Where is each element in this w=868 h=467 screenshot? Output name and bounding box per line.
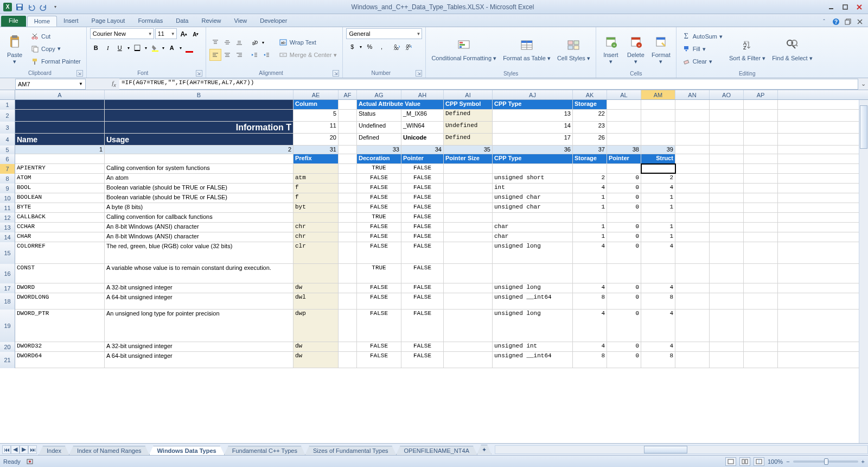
cell[interactable]: A 32-bit unsigned integer: [105, 283, 293, 293]
sheet-tab[interactable]: Windows Data Types: [149, 446, 225, 455]
tab-file[interactable]: File: [1, 16, 26, 27]
cell[interactable]: char: [493, 232, 573, 242]
cell[interactable]: [444, 232, 493, 242]
doc-close-icon[interactable]: [855, 17, 865, 27]
cell[interactable]: Boolean variable (should be TRUE or FALS…: [105, 193, 293, 203]
row-header[interactable]: 3: [0, 122, 15, 134]
cell[interactable]: [444, 174, 493, 183]
cell[interactable]: [641, 164, 675, 173]
column-header[interactable]: AM: [641, 90, 675, 99]
cell[interactable]: 0: [607, 223, 641, 232]
cell[interactable]: [675, 223, 710, 232]
save-icon[interactable]: [14, 2, 25, 12]
tab-home[interactable]: Home: [27, 16, 57, 27]
cell[interactable]: [339, 223, 357, 232]
cell[interactable]: [641, 100, 675, 109]
cell-styles-button[interactable]: Cell Styles ▾: [555, 28, 592, 70]
name-box[interactable]: AM7▼: [15, 79, 86, 90]
cell[interactable]: 14: [493, 122, 573, 133]
row-header[interactable]: 15: [0, 242, 15, 264]
cell[interactable]: 1: [573, 193, 607, 203]
cell[interactable]: unsigned long: [493, 310, 573, 342]
cell[interactable]: FALSE: [357, 293, 401, 309]
row-header[interactable]: 8: [0, 174, 15, 184]
cell[interactable]: FALSE: [401, 310, 444, 342]
cell[interactable]: [744, 223, 778, 232]
cell[interactable]: [710, 283, 744, 293]
cell[interactable]: COLORREF: [15, 242, 105, 263]
cell[interactable]: [710, 122, 744, 133]
cell[interactable]: [15, 122, 105, 133]
cell[interactable]: [339, 342, 357, 351]
cell[interactable]: An 8-bit Windows (ANSI) character: [105, 223, 293, 232]
cell[interactable]: 1: [573, 223, 607, 232]
cell[interactable]: [744, 283, 778, 293]
cell[interactable]: CPP Symbol: [444, 100, 493, 109]
cell[interactable]: [675, 342, 710, 351]
cell[interactable]: [744, 146, 778, 154]
cell[interactable]: [641, 110, 675, 121]
cell[interactable]: [675, 242, 710, 263]
cell[interactable]: dwp: [293, 310, 339, 342]
cell[interactable]: 1: [573, 203, 607, 212]
cell[interactable]: clr: [293, 242, 339, 263]
qat-customize-icon[interactable]: ▾: [50, 2, 61, 12]
cell[interactable]: [710, 174, 744, 183]
zoom-in-icon[interactable]: +: [861, 458, 865, 465]
cell[interactable]: FALSE: [357, 184, 401, 193]
cell[interactable]: [675, 203, 710, 212]
cell[interactable]: [15, 154, 105, 163]
cell[interactable]: [710, 242, 744, 263]
cell[interactable]: [744, 293, 778, 309]
cell[interactable]: [293, 264, 339, 283]
cell[interactable]: [339, 352, 357, 368]
cell[interactable]: [573, 164, 607, 173]
cell[interactable]: atm: [293, 174, 339, 183]
cell[interactable]: 34: [401, 146, 444, 154]
new-sheet-icon[interactable]: ✦: [477, 445, 492, 455]
cell[interactable]: [339, 146, 357, 154]
cell[interactable]: [15, 100, 105, 109]
view-layout-icon[interactable]: [739, 457, 750, 466]
zoom-out-icon[interactable]: −: [786, 458, 789, 465]
cell[interactable]: [744, 164, 778, 173]
cell[interactable]: [710, 293, 744, 309]
row-header[interactable]: 16: [0, 264, 15, 283]
cell[interactable]: dwl: [293, 293, 339, 309]
sheet-tab[interactable]: Index of Named Ranges: [69, 446, 150, 455]
cell[interactable]: [444, 242, 493, 263]
insert-cells-button[interactable]: +Insert▾: [599, 28, 622, 70]
column-header[interactable]: AI: [444, 90, 493, 99]
cell[interactable]: [339, 100, 357, 109]
row-header[interactable]: 17: [0, 283, 15, 293]
cell[interactable]: An 8-bit Windows (ANSI) character: [105, 232, 293, 242]
cell[interactable]: 2: [641, 174, 675, 183]
cell[interactable]: FALSE: [401, 164, 444, 173]
dialog-launcher-icon[interactable]: ⇲: [196, 70, 202, 77]
cell[interactable]: APIENTRY: [15, 164, 105, 173]
cell[interactable]: [607, 122, 641, 133]
cell[interactable]: [105, 110, 293, 121]
cell[interactable]: unsigned __int64: [493, 352, 573, 368]
cell[interactable]: [744, 193, 778, 203]
cell[interactable]: Pointer: [607, 154, 641, 163]
cell[interactable]: [607, 134, 641, 145]
cell[interactable]: [444, 310, 493, 342]
cell[interactable]: [493, 264, 573, 283]
cell[interactable]: [15, 110, 105, 121]
cell[interactable]: [744, 352, 778, 368]
cell[interactable]: FALSE: [357, 283, 401, 293]
cell[interactable]: 0: [607, 174, 641, 183]
tab-page-layout[interactable]: Page Layout: [85, 16, 132, 27]
bold-button[interactable]: B: [90, 42, 102, 54]
redo-icon[interactable]: [38, 2, 49, 12]
font-color-button[interactable]: A: [166, 42, 178, 54]
cell[interactable]: [744, 184, 778, 193]
currency-dd[interactable]: ▾: [358, 41, 363, 53]
cell[interactable]: FALSE: [401, 293, 444, 309]
cell[interactable]: [675, 213, 710, 222]
cell[interactable]: [339, 213, 357, 222]
cell[interactable]: Storage: [573, 154, 607, 163]
cell[interactable]: [710, 164, 744, 173]
cell[interactable]: [744, 342, 778, 351]
